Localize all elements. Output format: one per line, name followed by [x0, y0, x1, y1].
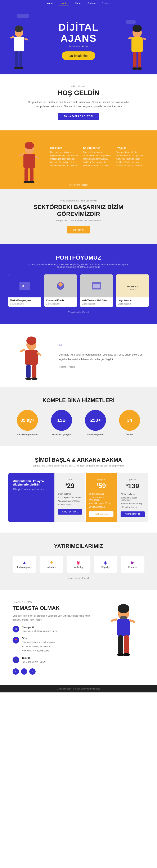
- about-figure: [12, 139, 46, 181]
- nav-gallery[interactable]: Gallery: [87, 2, 96, 5]
- plan-2-feature-3: Abonelik başına 20 kap: [89, 502, 113, 505]
- svg-rect-6: [20, 51, 22, 68]
- pricing-desc-body: Güler yüzlü ekibimiz yardıma hazır.: [12, 488, 50, 491]
- svg-point-17: [136, 67, 142, 70]
- svg-point-43: [31, 377, 37, 380]
- quote-icon: ❝: [59, 342, 145, 351]
- sector-cta-button[interactable]: DENEYIN: [67, 226, 90, 234]
- plan-2-buy-button[interactable]: ŞİMDİ SATIN AL: [89, 511, 113, 517]
- plan-3-buy-button[interactable]: ŞİMDİ SATIN AL: [121, 512, 145, 517]
- hero-discount-button[interactable]: 15 İNDİRİM: [62, 52, 95, 60]
- stat-item-3: 250+ Mutlu Müşteriler: [81, 410, 110, 436]
- svg-rect-40: [26, 365, 31, 378]
- welcome-body: Suspendisse sed nisi lacus sed. In ante …: [26, 100, 131, 109]
- plan-2-features: 10 tüm kullanıcı 1,000 B'e posta Önizlem…: [89, 492, 113, 509]
- svg-rect-51: [124, 636, 129, 654]
- twitter-button[interactable]: t: [21, 669, 27, 675]
- testimonial-body: Duis aute irure dolor in reprehenderit i…: [59, 352, 145, 362]
- sector-heading: SEKTÖRDEKI BAŞARINIZ BİZİMGÖREVİMİZDİR: [17, 204, 140, 218]
- partners-link: Yayıncı içerikte Freepik: [68, 577, 89, 579]
- portfolio-title-3: Web Tasarım Web Sitesi: [82, 299, 111, 302]
- plan-1-feature-2: 100 B'e posta Önizlemesi: [58, 496, 82, 499]
- svg-rect-41: [32, 365, 36, 378]
- contact-email-line: Güler yüzlü ekibimiz yardıma hazır.: [22, 629, 57, 633]
- about-col-2-body: Duis aute irure dolor in reprehenderit i…: [83, 151, 112, 167]
- contact-body: Duis auet irure dolor sit eleifend in vu…: [12, 614, 94, 622]
- partner-name-5: Promote: [128, 566, 137, 568]
- partner-card-2[interactable]: ✦ Influence: [40, 556, 63, 573]
- portfolio-item-2[interactable]: Kurumsal Kimlik Grafik Tasarım: [44, 274, 77, 307]
- svg-point-10: [132, 25, 142, 32]
- plan-3-name: gəlime: [121, 478, 145, 481]
- svg-text:b: b: [22, 284, 24, 288]
- welcome-cta-button[interactable]: DAHA FAZLA BİLGİ EDİN: [58, 113, 99, 120]
- portfolio-title-1: Marka Kampanyası: [10, 299, 40, 302]
- pricing-plan-1: tipmel $29 1 tüm kullanıcı 100 B'e posta…: [54, 473, 86, 522]
- hero-subtitle: Tıkla İndirim Fırsatı: [69, 45, 88, 48]
- hero-figure-left: [6, 20, 31, 74]
- plan-1-features: 1 tüm kullanıcı 100 B'e posta Önizlemesi…: [58, 492, 82, 506]
- svg-point-1: [15, 26, 23, 32]
- svg-rect-27: [20, 282, 30, 290]
- portfolio-item-1[interactable]: b Marka Kampanyası Grafik Tasarım: [8, 274, 41, 307]
- svg-rect-24: [30, 168, 33, 182]
- about-col-1-arrow[interactable]: →: [50, 169, 54, 173]
- svg-rect-4: [24, 38, 28, 41]
- nav-about[interactable]: About: [75, 2, 81, 5]
- partner-card-3[interactable]: ◉ Marketing: [67, 556, 90, 573]
- portfolio-label-1: Marka Kampanyası Grafik Tasarım: [8, 298, 41, 307]
- partner-card-5[interactable]: ▶ Promote: [121, 556, 145, 573]
- contact-info: TEMASTA OLMAK TEMASTA OLMAK Duis auet ir…: [12, 601, 94, 675]
- partner-logo-2: ✦: [50, 560, 53, 565]
- about-col-3-arrow[interactable]: →: [116, 169, 119, 173]
- about-col-2-arrow[interactable]: →: [83, 169, 86, 173]
- portfolio-section: PORTFÖYÜMÜZ Lorem ipsum dolor sit amet, …: [0, 244, 157, 324]
- svg-rect-50: [118, 636, 123, 654]
- plan-1-buy-button[interactable]: ŞİMDİ SATIN AL: [58, 509, 82, 515]
- svg-point-36: [26, 337, 36, 345]
- contact-office-line3: New York, NY 92103-9000: [22, 649, 55, 653]
- portfolio-title-2: Kurumsal Kimlik: [46, 299, 75, 302]
- partner-card-1[interactable]: ▲ Riding Agency: [12, 556, 36, 573]
- contact-email-title: Size grafik: [22, 626, 57, 629]
- testimonial-section: ❝ Duis aute irure dolor in reprehenderit…: [0, 324, 157, 387]
- cloud-decoration-1: [17, 14, 29, 18]
- about-col-1-body: Duis aute irure dolor in reprehenderit i…: [50, 151, 79, 167]
- portfolio-item-3[interactable]: Web Tasarım Web Sitesi Grafik Tasarım: [80, 274, 113, 307]
- linkedin-button[interactable]: in: [29, 669, 35, 675]
- stats-grid: 35 ay+ Metrekare yönetilen 15B Birbirdek…: [12, 410, 145, 436]
- partners-heading: YATIRIMCILARIMIZ: [12, 543, 145, 550]
- sector-section: Web sitenize daha fazla kişi ekleyin SEK…: [0, 189, 157, 244]
- svg-rect-2: [14, 37, 24, 52]
- portfolio-img-1: b: [8, 274, 41, 298]
- hero-section: DİJİTALAJANS Tıkla İndirim Fırsatı 15 İN…: [0, 7, 157, 74]
- plan-2-feature-4: 20 kaftan ferayın: [89, 505, 113, 509]
- social-links: f t in: [12, 669, 94, 675]
- svg-rect-32: [93, 284, 100, 288]
- portfolio-item-4[interactable]: BEAU JOUR BISTRO Logo tasarım Grafik Tas…: [116, 274, 149, 307]
- plan-1-feature-4: 5 kaftan ferayın: [58, 503, 82, 506]
- about-col-2: ne yapıyoruz Duis aute irure dolor in re…: [83, 146, 112, 173]
- svg-point-42: [25, 377, 32, 380]
- plan-3-feature-3: Abonelik başına 30 kap: [121, 502, 145, 505]
- about-bottom-link: Tıklı metnini Freepik: [69, 184, 88, 186]
- phone-icon: 📞: [12, 656, 19, 663]
- navigation: Home Landing About Gallery Contact: [0, 0, 157, 7]
- partner-logo-3: ◉: [76, 560, 80, 565]
- testimonial-figure: [12, 334, 50, 376]
- about-section: Biz kimiz Duis aute irure dolor in repre…: [0, 130, 157, 189]
- nav-home[interactable]: Home: [47, 2, 53, 5]
- sector-body: Sample text. Click to select the Text El…: [17, 219, 140, 222]
- stat-circle-3: 250+: [85, 410, 106, 431]
- portfolio-heading: PORTFÖYÜMÜZ: [8, 254, 149, 261]
- partner-card-4[interactable]: ◈ Digitally: [94, 556, 117, 573]
- plan-1-name: tipmel: [58, 478, 82, 481]
- pricing-description: Müşterilerinizi kolayca etkişimlerle bir…: [8, 473, 54, 522]
- nav-contact[interactable]: Contact: [102, 2, 110, 5]
- pricing-section: ŞİMDİ BAŞLA & ARKANA BAKMA Sample text. …: [0, 446, 157, 532]
- contact-section: TEMASTA OLMAK TEMASTA OLMAK Duis auet ir…: [0, 590, 157, 685]
- contact-office-title: Ofis: [22, 637, 55, 640]
- nav-landing[interactable]: Landing: [59, 2, 69, 5]
- facebook-button[interactable]: f: [12, 669, 19, 675]
- about-col-1-title: Biz kimiz: [50, 146, 79, 149]
